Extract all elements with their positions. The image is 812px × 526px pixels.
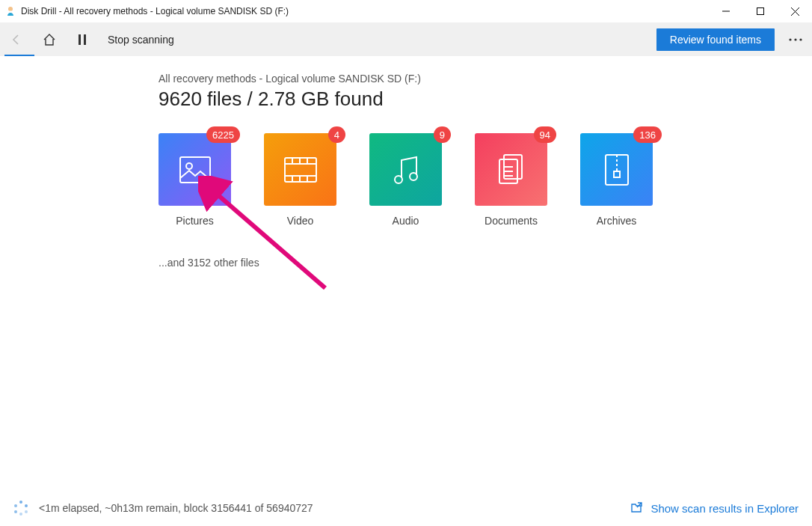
category-tiles: 6225 Pictures 4 Video 9 Audio 94 Documen… — [159, 133, 812, 227]
music-icon — [369, 133, 442, 206]
film-icon — [264, 133, 336, 206]
svg-point-8 — [789, 38, 791, 40]
show-in-explorer-link[interactable]: Show scan results in Explorer — [630, 501, 799, 515]
close-button[interactable] — [778, 0, 812, 22]
tile-badge: 136 — [633, 126, 662, 143]
svg-point-10 — [799, 38, 802, 40]
tile-label: Archives — [580, 215, 653, 227]
more-options-button[interactable] — [779, 23, 812, 56]
tile-video[interactable]: 4 Video — [264, 133, 336, 227]
titlebar: Disk Drill - All recovery methods - Logi… — [0, 0, 812, 22]
active-tab-underline — [4, 55, 34, 56]
status-text: <1m elapsed, ~0h13m remain, block 315644… — [39, 502, 313, 514]
show-in-explorer-label: Show scan results in Explorer — [650, 502, 799, 515]
svg-rect-11 — [180, 157, 210, 183]
spinner-icon — [13, 501, 28, 516]
svg-rect-3 — [757, 8, 764, 15]
stop-scanning-button[interactable]: Stop scanning — [99, 23, 183, 56]
tile-archives[interactable]: 136 Archives — [580, 133, 653, 227]
svg-point-0 — [8, 7, 13, 11]
svg-rect-1 — [9, 10, 12, 12]
tile-label: Audio — [369, 215, 442, 227]
tile-audio[interactable]: 9 Audio — [369, 133, 442, 227]
other-files-text: ...and 3152 other files — [159, 257, 812, 269]
titlebar-text: Disk Drill - All recovery methods - Logi… — [21, 6, 289, 16]
statusbar: <1m elapsed, ~0h13m remain, block 315644… — [0, 490, 812, 526]
app-icon — [4, 5, 16, 17]
back-button[interactable] — [0, 23, 33, 56]
tile-badge: 9 — [434, 126, 451, 143]
archive-icon — [580, 133, 653, 206]
tile-pictures[interactable]: 6225 Pictures — [159, 133, 231, 227]
tile-badge: 6225 — [206, 126, 240, 143]
explorer-icon — [630, 501, 643, 515]
svg-rect-6 — [79, 34, 81, 45]
tile-label: Pictures — [159, 215, 231, 227]
tile-label: Video — [264, 215, 336, 227]
svg-rect-31 — [614, 171, 620, 177]
svg-point-9 — [794, 38, 796, 40]
page-subtitle: All recovery methods - Logical volume SA… — [159, 73, 812, 85]
pause-button[interactable] — [66, 23, 99, 56]
window-controls — [709, 0, 812, 22]
main-content: All recovery methods - Logical volume SA… — [0, 56, 812, 269]
image-icon — [159, 133, 231, 206]
minimize-button[interactable] — [709, 0, 743, 22]
tile-badge: 94 — [534, 126, 556, 143]
svg-point-23 — [410, 173, 417, 180]
svg-point-22 — [395, 176, 402, 183]
document-icon — [475, 133, 547, 206]
toolbar: Stop scanning Review found items — [0, 22, 812, 56]
tile-badge: 4 — [328, 126, 345, 143]
svg-point-12 — [186, 163, 192, 169]
review-found-items-button[interactable]: Review found items — [656, 28, 775, 51]
home-button[interactable] — [33, 23, 66, 56]
tile-label: Documents — [475, 215, 547, 227]
svg-rect-7 — [84, 34, 86, 45]
page-headline: 9620 files / 2.78 GB found — [159, 88, 812, 111]
tile-documents[interactable]: 94 Documents — [475, 133, 547, 227]
maximize-button[interactable] — [743, 0, 778, 22]
